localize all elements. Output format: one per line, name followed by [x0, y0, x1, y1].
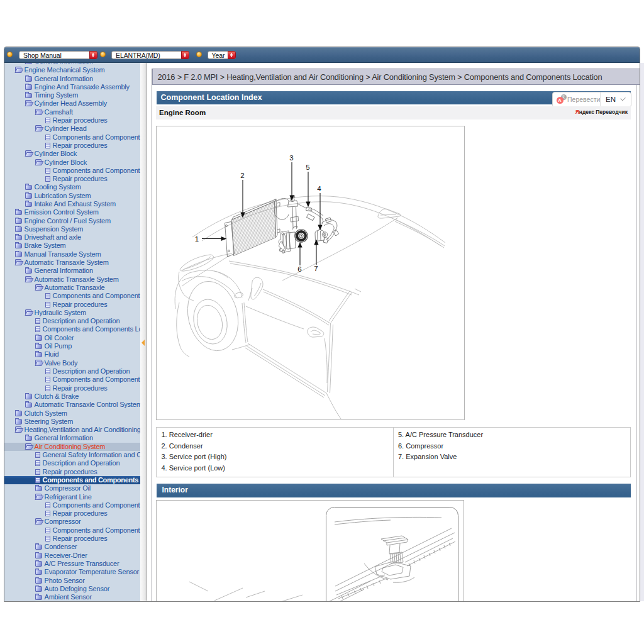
svg-text:6: 6 — [297, 265, 301, 273]
svg-text:4: 4 — [317, 185, 321, 192]
svg-text:5: 5 — [306, 164, 309, 171]
svg-text:1: 1 — [194, 235, 198, 243]
svg-text:2: 2 — [240, 172, 244, 179]
svg-text:3: 3 — [289, 154, 293, 162]
svg-text:7: 7 — [314, 265, 318, 272]
